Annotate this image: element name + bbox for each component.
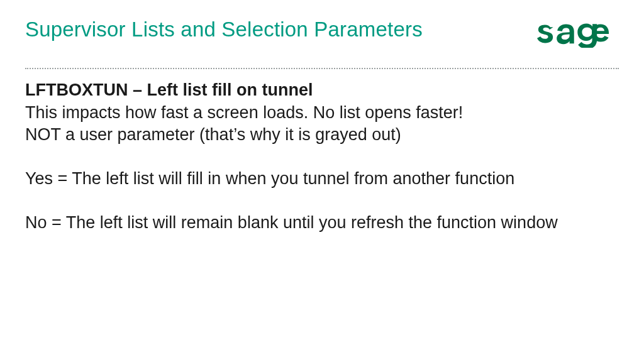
param-heading: LFTBOXTUN – Left list fill on tunnel: [25, 80, 313, 99]
param-line: LFTBOXTUN – Left list fill on tunnel: [25, 79, 616, 102]
param-sep: –: [128, 80, 147, 99]
param-code: LFTBOXTUN: [25, 80, 128, 99]
desc-line-2: NOT a user parameter (that’s why it is g…: [25, 124, 616, 146]
divider: [25, 68, 619, 69]
no-definition: No = The left list will remain blank unt…: [25, 212, 616, 234]
brand-logo: [537, 15, 619, 50]
yes-definition: Yes = The left list will fill in when yo…: [25, 168, 616, 190]
spacer: [25, 190, 616, 212]
param-name: Left list fill on tunnel: [147, 80, 313, 99]
sage-logo-icon: [537, 15, 619, 48]
spacer: [25, 146, 616, 168]
desc-line-1: This impacts how fast a screen loads. No…: [25, 102, 616, 124]
slide: Supervisor Lists and Selection Parameter…: [0, 0, 644, 362]
header: Supervisor Lists and Selection Parameter…: [25, 18, 619, 50]
body-text: LFTBOXTUN – Left list fill on tunnel Thi…: [25, 79, 616, 234]
page-title: Supervisor Lists and Selection Parameter…: [25, 18, 423, 41]
